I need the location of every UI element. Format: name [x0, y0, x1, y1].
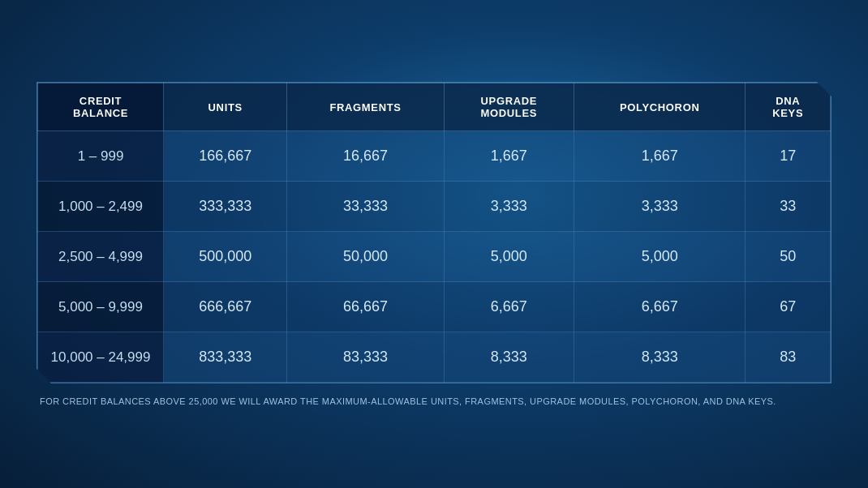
- cell-units: 333,333: [164, 182, 287, 232]
- cell-upgrade: 3,333: [444, 182, 574, 232]
- cell-poly: 1,667: [574, 131, 746, 182]
- cell-upgrade: 8,333: [444, 332, 574, 383]
- cell-units: 166,667: [164, 131, 287, 182]
- cell-dna: 17: [746, 131, 831, 182]
- cell-range: 5,000 – 9,999: [38, 282, 164, 332]
- cell-dna: 83: [746, 332, 831, 383]
- cell-units: 666,667: [164, 282, 287, 332]
- cell-range: 1 – 999: [38, 131, 164, 182]
- cell-range: 10,000 – 24,999: [38, 332, 164, 383]
- header-row: CREDIT BALANCE UNITS FRAGMENTS UPGRADE M…: [38, 83, 831, 131]
- cell-poly: 5,000: [574, 232, 746, 282]
- cell-upgrade: 1,667: [444, 131, 574, 182]
- header-credit-balance: CREDIT BALANCE: [38, 83, 164, 131]
- cell-dna: 33: [746, 182, 831, 232]
- cell-fragments: 33,333: [287, 182, 444, 232]
- cell-upgrade: 5,000: [444, 232, 574, 282]
- cell-poly: 6,667: [574, 282, 746, 332]
- data-table: CREDIT BALANCE UNITS FRAGMENTS UPGRADE M…: [37, 83, 831, 383]
- cell-poly: 8,333: [574, 332, 746, 383]
- cell-fragments: 50,000: [287, 232, 444, 282]
- cell-dna: 67: [746, 282, 831, 332]
- cell-fragments: 66,667: [287, 282, 444, 332]
- cell-range: 1,000 – 2,499: [38, 182, 164, 232]
- cell-units: 833,333: [164, 332, 287, 383]
- cell-fragments: 16,667: [287, 131, 444, 182]
- table-row: 2,500 – 4,999500,00050,0005,0005,00050: [38, 232, 831, 282]
- cell-upgrade: 6,667: [444, 282, 574, 332]
- cell-dna: 50: [746, 232, 831, 282]
- table-wrapper: CREDIT BALANCE UNITS FRAGMENTS UPGRADE M…: [37, 82, 831, 383]
- table-row: 1 – 999166,66716,6671,6671,66717: [38, 131, 831, 182]
- header-fragments: FRAGMENTS: [287, 83, 444, 131]
- footnote-text: FOR CREDIT BALANCES ABOVE 25,000 WE WILL…: [37, 392, 831, 406]
- cell-units: 500,000: [164, 232, 287, 282]
- header-upgrade-modules: UPGRADE MODULES: [444, 83, 574, 131]
- table-row: 10,000 – 24,999833,33383,3338,3338,33383: [38, 332, 831, 383]
- main-container: CREDIT BALANCE UNITS FRAGMENTS UPGRADE M…: [37, 82, 831, 406]
- cell-poly: 3,333: [574, 182, 746, 232]
- cell-range: 2,500 – 4,999: [38, 232, 164, 282]
- header-dna-keys: DNA KEYS: [746, 83, 831, 131]
- header-polychoron: POLYCHORON: [574, 83, 746, 131]
- table-row: 1,000 – 2,499333,33333,3333,3333,33333: [38, 182, 831, 232]
- cell-fragments: 83,333: [287, 332, 444, 383]
- table-row: 5,000 – 9,999666,66766,6676,6676,66767: [38, 282, 831, 332]
- header-units: UNITS: [164, 83, 287, 131]
